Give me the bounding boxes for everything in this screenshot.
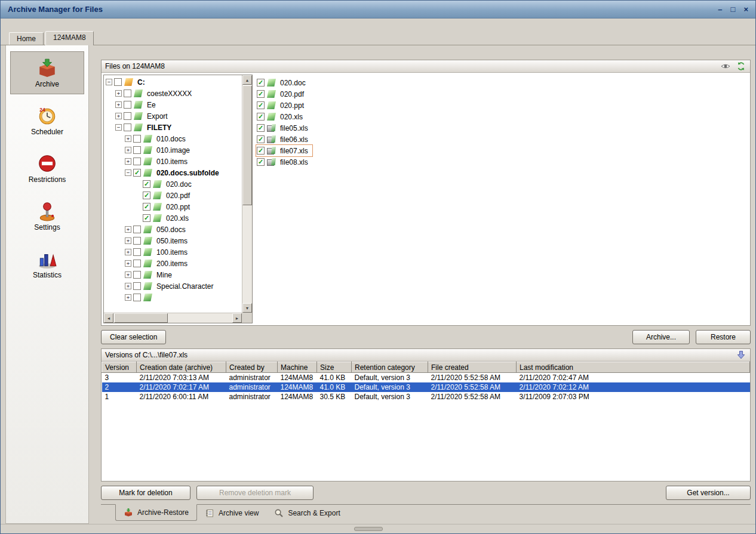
checkbox[interactable]	[133, 146, 141, 154]
checkbox[interactable]	[143, 203, 150, 211]
expander-plus-icon[interactable]	[115, 101, 122, 108]
tab-archive-view[interactable]: Archive view	[197, 504, 266, 522]
expander-plus-icon[interactable]	[125, 260, 131, 267]
checkbox[interactable]	[124, 124, 131, 131]
expander-plus-icon[interactable]	[125, 226, 131, 233]
tree-item[interactable]: Mine	[104, 269, 176, 280]
tree-item[interactable]: 020.pdf	[104, 190, 194, 201]
tab-home[interactable]: Home	[9, 32, 44, 45]
checkbox[interactable]	[133, 294, 141, 301]
checkbox[interactable]	[124, 112, 131, 120]
file-item[interactable]: file05.xls	[256, 122, 312, 134]
file-item[interactable]: 020.doc	[256, 77, 310, 88]
checkbox[interactable]	[257, 79, 265, 87]
file-item[interactable]: 020.ppt	[256, 100, 308, 111]
version-row[interactable]: 32/11/2020 7:03:13 AMadministrator124MAM…	[102, 373, 750, 382]
titlebar[interactable]: Archive Manager for Files – □ ×	[1, 1, 755, 18]
checkbox[interactable]	[133, 271, 141, 279]
checkbox[interactable]	[124, 89, 131, 97]
tab-search-export[interactable]: Search & Export	[266, 504, 348, 522]
checkbox[interactable]	[114, 78, 122, 86]
expander-minus-icon[interactable]	[125, 169, 131, 176]
tree-item[interactable]: 020.doc	[104, 178, 196, 190]
tree-item[interactable]: 200.items	[104, 258, 192, 269]
column-header-last-modification[interactable]: Last modification	[517, 362, 750, 373]
file-item[interactable]: 020.xls	[256, 111, 307, 122]
checkbox[interactable]	[257, 90, 265, 98]
maximize-button[interactable]: □	[731, 5, 736, 13]
tree-item[interactable]: 010.image	[104, 144, 194, 156]
tree-item[interactable]: coesteXXXXX	[104, 88, 196, 99]
minimize-button[interactable]: –	[718, 5, 722, 13]
column-header-created-by[interactable]: Created by	[226, 362, 278, 373]
tab-archive-restore[interactable]: Archive-Restore	[115, 504, 197, 521]
tree-item[interactable]: 010.items	[104, 156, 192, 167]
checkbox[interactable]	[133, 135, 141, 143]
checkbox[interactable]	[257, 135, 265, 143]
version-row[interactable]: 12/11/2020 6:00:11 AMadministrator124MAM…	[102, 392, 750, 402]
checkbox[interactable]	[133, 226, 141, 233]
scroll-up-icon[interactable]	[242, 75, 252, 85]
column-header-size[interactable]: Size	[317, 362, 352, 373]
tree-item[interactable]: Export	[104, 110, 172, 122]
tree-item[interactable]: Ee	[104, 99, 160, 110]
checkbox[interactable]	[124, 101, 131, 109]
tab-124mam8[interactable]: 124MAM8	[45, 31, 94, 45]
sidebar-item-statistics[interactable]: Statistics	[10, 242, 84, 285]
checkbox[interactable]	[133, 282, 141, 290]
tree-item[interactable]: 050.items	[104, 235, 192, 246]
checkbox[interactable]	[257, 101, 265, 109]
scroll-thumb[interactable]	[242, 85, 252, 205]
download-arrow-icon[interactable]	[736, 350, 746, 360]
checkbox[interactable]	[143, 180, 150, 188]
tree-item[interactable]	[104, 292, 161, 303]
tree-item[interactable]: 020.ppt	[104, 201, 194, 212]
sidebar-item-restrictions[interactable]: Restrictions	[10, 147, 84, 190]
show-versions-eye-icon[interactable]	[720, 61, 731, 71]
checkbox[interactable]	[257, 147, 265, 155]
scroll-thumb[interactable]	[114, 313, 168, 323]
tree-item[interactable]: C:	[104, 76, 149, 88]
scroll-right-icon[interactable]	[232, 313, 242, 323]
column-header-machine[interactable]: Machine	[278, 362, 317, 373]
refresh-icon[interactable]	[736, 61, 746, 71]
file-item[interactable]: 020.pdf	[256, 88, 308, 100]
checkbox[interactable]	[133, 237, 141, 245]
tree-vertical-scrollbar[interactable]	[242, 75, 252, 313]
checkbox[interactable]	[133, 248, 141, 256]
tree-item[interactable]: 100.items	[104, 246, 192, 258]
tree-item[interactable]: FILETY	[104, 122, 176, 133]
checkbox[interactable]	[257, 158, 265, 166]
tree-item[interactable]: Special.Character	[104, 280, 217, 292]
sidebar-item-scheduler[interactable]: 24 Scheduler	[10, 99, 84, 142]
tree-item[interactable]: 050.docs	[104, 224, 190, 235]
column-header-file-created[interactable]: File created	[428, 362, 517, 373]
expander-plus-icon[interactable]	[125, 271, 131, 278]
expander-plus-icon[interactable]	[125, 147, 131, 153]
scroll-left-icon[interactable]	[104, 313, 113, 323]
sidebar-item-archive[interactable]: Archive	[10, 51, 84, 94]
file-item[interactable]: file08.xls	[256, 156, 312, 168]
tree-item[interactable]: 020.docs.subfolde	[104, 167, 223, 178]
tree-horizontal-scrollbar[interactable]	[104, 313, 242, 323]
column-header-version[interactable]: Version	[102, 362, 137, 373]
checkbox[interactable]	[257, 113, 265, 121]
checkbox[interactable]	[133, 260, 141, 267]
checkbox[interactable]	[133, 169, 141, 177]
remove-deletion-mark-button[interactable]: Remove deletion mark	[196, 486, 314, 500]
expander-plus-icon[interactable]	[125, 237, 131, 244]
expander-minus-icon[interactable]	[115, 124, 122, 131]
expander-plus-icon[interactable]	[115, 113, 122, 119]
window-resize-grip[interactable]	[354, 527, 383, 531]
expander-plus-icon[interactable]	[125, 249, 131, 255]
version-row[interactable]: 22/11/2020 7:02:17 AMadministrator124MAM…	[102, 382, 750, 392]
get-version-button[interactable]: Get version...	[666, 486, 751, 500]
column-header-creation-date[interactable]: Creation date (archive)	[137, 362, 226, 373]
file-item[interactable]: file06.xls	[256, 134, 312, 145]
scroll-track[interactable]	[113, 313, 232, 323]
file-item[interactable]: file07.xls	[256, 145, 312, 156]
scroll-down-icon[interactable]	[242, 303, 252, 313]
tree-item[interactable]: 020.xls	[104, 212, 193, 224]
archive-button[interactable]: Archive...	[632, 330, 690, 344]
sidebar-item-settings[interactable]: Settings	[10, 195, 84, 237]
